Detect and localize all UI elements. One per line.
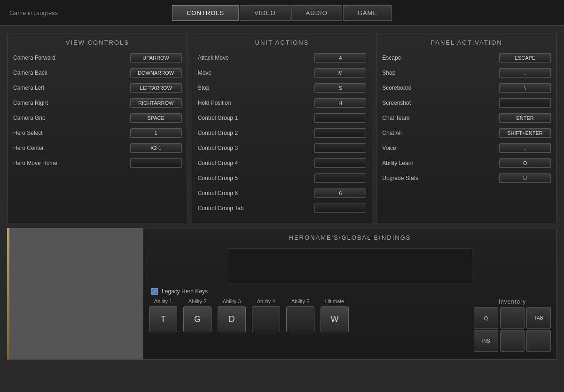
inv-key-tab[interactable]: TAB [526,307,551,329]
control-row-cg3: Control Group 3 [198,142,367,154]
control-row-cg6: Control Group 6 6 [198,187,367,199]
ability-4-key[interactable] [252,306,280,332]
control-row-upgrade-stats: Upgrade Stats U [382,172,551,184]
upgrade-stats-key[interactable]: U [499,173,551,183]
shop-key[interactable]: . [499,68,551,78]
ability-1-key[interactable]: T [149,306,177,332]
tab-game[interactable]: GAME [343,5,392,21]
control-row-cg4: Control Group 4 [198,157,367,169]
top-bar: Game in progress CONTROLS VIDEO AUDIO GA… [0,0,564,26]
stop-label: Stop [198,85,315,91]
hero-center-key[interactable]: X2-1 [130,143,182,153]
cg1-key[interactable] [314,113,366,123]
control-row-hold-position: Hold Position H [198,97,367,109]
ultimate-group: Ultimate W [321,298,349,332]
tabs-nav: CONTROLS VIDEO AUDIO GAME [172,5,392,21]
hero-center-label: Hero Center [13,145,130,151]
chat-all-label: Chat All [382,130,499,136]
cg6-key[interactable]: 6 [314,188,366,198]
hold-position-key[interactable]: H [314,98,366,108]
cg2-key[interactable] [314,128,366,138]
ability-5-label: Ability 5 [291,298,310,304]
control-row-hero-center: Hero Center X2-1 [13,142,182,154]
hero-select-label: Hero Select [13,130,130,136]
inv-key-2[interactable] [500,307,525,329]
cg2-label: Control Group 2 [198,130,315,136]
move-label: Move [198,70,315,76]
checkmark-icon: ✓ [153,289,157,294]
ability-2-group: Ability 2 G [183,298,212,332]
view-controls-panel: VIEW CONTROLS Camera Forward UPARROW Cam… [7,33,188,223]
inventory-title: Inventory [499,298,526,305]
camera-back-label: Camera Back [13,70,130,76]
game-status: Game in progress [9,9,58,16]
camera-right-key[interactable]: RIGHTARROW [130,98,182,108]
chat-all-key[interactable]: SHIFT+ENTER [499,128,551,138]
inv-key-ins[interactable]: INS [474,330,498,352]
inv-key-5[interactable] [500,330,525,352]
control-row-cg5: Control Group 5 [198,172,367,184]
cg6-label: Control Group 6 [198,190,315,196]
cg1-label: Control Group 1 [198,115,315,121]
unit-actions-panel: UNIT ACTIONS Attack Move A Move M Stop S… [192,33,373,223]
cg5-key[interactable] [314,173,366,183]
inv-key-q[interactable]: Q [474,307,498,329]
ability-5-key[interactable] [286,306,314,332]
stop-key[interactable]: S [314,83,366,93]
legacy-hero-keys-label: Legacy Hero Keys [162,288,208,295]
chat-team-key[interactable]: ENTER [499,113,551,123]
cg3-key[interactable] [314,143,366,153]
control-row-hero-move-home: Hero Move Home [13,157,182,169]
shop-label: Shop [382,70,499,76]
attack-move-label: Attack Move [198,55,315,61]
voice-key[interactable]: , [499,143,551,153]
escape-key[interactable]: ESCAPE [499,53,551,63]
keyboard-visual [228,248,472,283]
inv-key-6[interactable] [526,330,551,352]
chat-team-label: Chat Team [382,115,499,121]
ability-2-key[interactable]: G [183,306,212,332]
legacy-hero-keys-checkbox[interactable]: ✓ [151,288,158,295]
cg4-key[interactable] [314,158,366,168]
legacy-hero-keys-row: ✓ Legacy Hero Keys [151,288,551,295]
hero-select-key[interactable]: 1 [130,128,182,138]
camera-forward-key[interactable]: UPARROW [130,53,182,63]
ultimate-key[interactable]: W [321,306,349,332]
ability-4-group: Ability 4 [252,298,280,332]
control-row-shop: Shop . [382,67,551,79]
move-key[interactable]: M [314,68,366,78]
scoreboard-key[interactable]: \ [499,83,551,93]
tab-controls[interactable]: CONTROLS [172,5,239,21]
control-row-ability-learn: Ability Learn O [382,157,551,169]
attack-move-key[interactable]: A [314,53,366,63]
unit-actions-title: UNIT ACTIONS [198,39,367,46]
tab-audio[interactable]: AUDIO [291,5,342,21]
ability-learn-key[interactable]: O [499,158,551,168]
ultimate-label: Ultimate [325,298,344,304]
tab-video[interactable]: VIDEO [240,5,290,21]
ability-5-group: Ability 5 [286,298,314,332]
control-row-voice: Voice , [382,142,551,154]
main-content: VIEW CONTROLS Camera Forward UPARROW Cam… [0,26,564,367]
cg5-label: Control Group 5 [198,175,315,181]
scoreboard-label: Scoreboard [382,85,499,91]
cgtab-key[interactable] [314,204,366,213]
cg3-label: Control Group 3 [198,145,315,151]
control-row-hero-select: Hero Select 1 [13,127,182,139]
control-row-stop: Stop S [198,82,367,94]
camera-back-key[interactable]: DOWNARROW [130,68,182,78]
camera-left-key[interactable]: LEFTARROW [130,83,182,93]
control-row-chat-all: Chat All SHIFT+ENTER [382,127,551,139]
hero-move-home-key[interactable] [130,158,182,168]
ability-3-key[interactable]: D [218,306,246,332]
control-row-camera-grip: Camera Grip SPACE [13,112,182,124]
control-row-chat-team: Chat Team ENTER [382,112,551,124]
screenshot-key[interactable] [499,98,551,108]
ability-3-label: Ability 3 [223,298,241,304]
screenshot-label: Screenshot [382,100,499,106]
panel-activation-panel: PANEL ACTIVATION Escape ESCAPE Shop . Sc… [376,33,557,223]
bindings-title: HERONAME'S/GLOBAL BINDINGS [149,234,551,241]
camera-grip-key[interactable]: SPACE [130,113,182,123]
ability-1-label: Ability 1 [154,298,172,304]
view-controls-title: VIEW CONTROLS [13,39,182,46]
